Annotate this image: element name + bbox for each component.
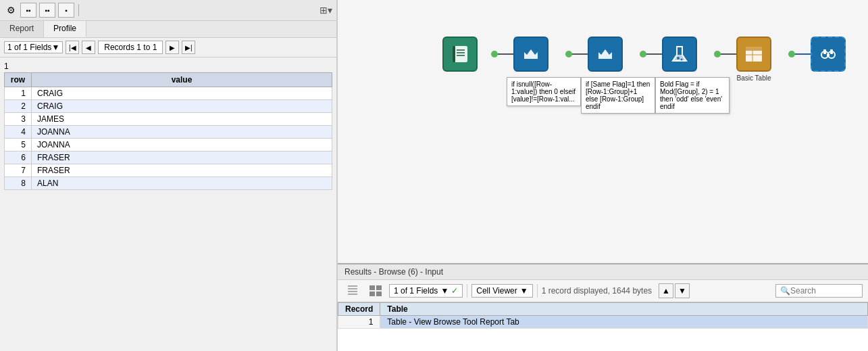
cell-value: JOANNA: [32, 126, 332, 139]
table-row: 3JAMES: [5, 113, 332, 126]
formula3-tooltip: Bold Flag = if Mod([Group], 2) = 1 then …: [655, 77, 730, 114]
layout-btn-1[interactable]: ▪▪: [20, 3, 36, 18]
layout-btn-2[interactable]: ▪▪: [39, 3, 55, 18]
results-header: Results - Browse (6) - Input: [338, 264, 868, 280]
results-nav-btns: ▲ ▼: [659, 283, 690, 298]
table-row: 6FRASER: [5, 151, 332, 164]
svg-rect-40: [376, 291, 382, 296]
fields-dropdown[interactable]: 1 of 1 Fields ▼: [4, 41, 63, 53]
svg-marker-20: [524, 49, 538, 59]
cell-row: 1: [5, 87, 32, 100]
toolbar: ⚙ ▪▪ ▪▪ ▪ ⊞▾: [0, 0, 336, 21]
right-panel: if isnull([Row-1:value]) then 0 elseif […: [338, 0, 868, 351]
nav-bar: 1 of 1 Fields ▼ |◀ ◀ Records 1 to 1 ▶ ▶|: [0, 38, 336, 57]
nav-last-btn[interactable]: ▶|: [182, 41, 195, 54]
results-cell-record: 1: [338, 316, 380, 329]
svg-point-4: [565, 51, 572, 57]
fields-label: 1 of 1 Fields: [7, 43, 51, 52]
svg-marker-21: [598, 49, 612, 59]
svg-point-23: [681, 59, 683, 61]
svg-rect-38: [376, 285, 382, 290]
svg-point-13: [788, 51, 795, 57]
cell-value: ALAN: [32, 177, 332, 190]
cell-value: CRAIG: [32, 100, 332, 113]
results-col-record: Record: [338, 303, 380, 316]
tab-report[interactable]: Report: [0, 21, 44, 37]
results-table-row: 1Table - View Browse Tool Report Tab: [338, 316, 868, 329]
node-table[interactable]: Basic Table: [736, 37, 771, 82]
svg-rect-36: [348, 294, 357, 295]
layout-btn-3[interactable]: ▪: [58, 3, 74, 18]
svg-rect-16: [453, 46, 455, 62]
cell-row: 7: [5, 164, 32, 177]
svg-point-22: [677, 57, 680, 60]
dropdown-arrow-icon: ▼: [51, 43, 59, 52]
sep1: [467, 284, 467, 298]
formula2-tooltip: if [Same Flag]=1 then [Row-1:Group]+1 el…: [581, 77, 655, 114]
cell-value: JOANNA: [32, 139, 332, 151]
search-icon: 🔍: [780, 286, 790, 296]
separator: [78, 4, 79, 16]
cell-row: 2: [5, 100, 32, 113]
cell-viewer-button[interactable]: Cell Viewer ▼: [471, 284, 532, 298]
gear-icon[interactable]: ⚙: [4, 3, 18, 17]
canvas-area: if isnull([Row-1:value]) then 0 elseif […: [338, 0, 868, 263]
table-row: 2CRAIG: [5, 100, 332, 113]
search-box: 🔍: [775, 284, 863, 298]
svg-rect-39: [369, 291, 375, 296]
svg-point-1: [491, 51, 498, 57]
svg-rect-31: [823, 49, 826, 54]
svg-rect-37: [369, 285, 375, 290]
left-panel: ⚙ ▪▪ ▪▪ ▪ ⊞▾ Report Profile 1 of 1 Field…: [0, 0, 338, 351]
node-formula2[interactable]: if [Same Flag]=1 then [Row-1:Group]+1 el…: [588, 37, 623, 72]
results-nav-up-btn[interactable]: ▲: [659, 283, 673, 298]
results-dropdown-arrow: ▼: [440, 286, 449, 296]
svg-rect-30: [827, 54, 829, 56]
cell-viewer-label: Cell Viewer: [476, 286, 517, 296]
nav-first-btn[interactable]: |◀: [66, 41, 79, 54]
results-nav-down-btn[interactable]: ▼: [675, 283, 690, 298]
svg-point-7: [640, 51, 646, 57]
drag-handle-icon: [343, 283, 362, 299]
nav-next-btn[interactable]: ▶: [165, 41, 179, 54]
cell-row: 5: [5, 139, 32, 151]
table-row: 5JOANNA: [5, 139, 332, 151]
grid-view-icon[interactable]: [366, 283, 385, 299]
node-input[interactable]: [442, 37, 478, 72]
col-value: value: [32, 73, 332, 87]
main-container: ⚙ ▪▪ ▪▪ ▪ ⊞▾ Report Profile 1 of 1 Field…: [0, 0, 868, 351]
record-number: 1: [4, 62, 332, 71]
data-table: row value 1CRAIG2CRAIG3JAMES4JOANNA5JOAN…: [4, 72, 332, 190]
table-node-label: Basic Table: [737, 74, 771, 82]
svg-rect-35: [348, 291, 357, 292]
node-formula3[interactable]: Bold Flag = if Mod([Group], 2) = 1 then …: [662, 37, 697, 72]
expand-icon[interactable]: ⊞▾: [320, 5, 332, 16]
cell-row: 3: [5, 113, 32, 126]
formula1-tooltip: if isnull([Row-1:value]) then 0 elseif […: [507, 77, 581, 106]
table-row: 4JOANNA: [5, 126, 332, 139]
search-input[interactable]: [790, 286, 858, 296]
table-row: 8ALAN: [5, 177, 332, 190]
results-panel: Results - Browse (6) - Input: [338, 263, 868, 351]
tabs-bar: Report Profile: [0, 21, 336, 38]
tab-profile[interactable]: Profile: [44, 21, 86, 37]
results-toolbar: 1 of 1 Fields ▼ ✓ Cell Viewer ▼ 1 record…: [338, 280, 868, 302]
table-row: 1CRAIG: [5, 87, 332, 100]
cell-row: 4: [5, 126, 32, 139]
cell-row: 6: [5, 151, 32, 164]
col-row: row: [5, 73, 32, 87]
results-status: 1 record displayed, 1644 bytes: [542, 286, 652, 296]
svg-rect-33: [348, 285, 357, 287]
fields-selector: 1 of 1 Fields ▼: [4, 41, 63, 53]
cell-value: JAMES: [32, 113, 332, 126]
cell-value: FRASER: [32, 164, 332, 177]
svg-rect-25: [746, 47, 762, 51]
node-browse[interactable]: [811, 37, 846, 72]
node-formula1[interactable]: if isnull([Row-1:value]) then 0 elseif […: [513, 37, 548, 72]
svg-rect-34: [348, 288, 357, 289]
cell-viewer-arrow: ▼: [520, 286, 528, 296]
cell-row: 8: [5, 177, 32, 190]
table-row: 7FRASER: [5, 164, 332, 177]
results-fields-dropdown[interactable]: 1 of 1 Fields ▼ ✓: [389, 284, 463, 298]
nav-prev-btn[interactable]: ◀: [82, 41, 95, 54]
